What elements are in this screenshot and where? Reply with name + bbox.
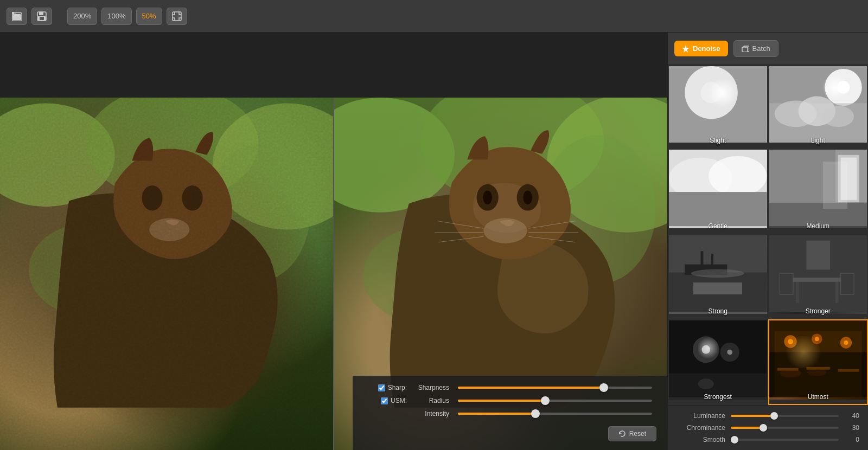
svg-point-40 bbox=[825, 69, 861, 106]
save-button[interactable] bbox=[31, 8, 52, 25]
image-top-bar bbox=[0, 33, 667, 98]
preset-strong-label: Strong bbox=[669, 307, 767, 315]
controls-overlay: Sharp: Sharpness USM: Radius bbox=[353, 376, 667, 450]
preset-strongest-label: Strongest bbox=[669, 393, 767, 401]
svg-rect-66 bbox=[790, 278, 844, 282]
preset-medium[interactable]: Medium bbox=[768, 149, 869, 234]
preset-light-thumb bbox=[769, 66, 867, 143]
smooth-value: 0 bbox=[844, 436, 859, 443]
svg-rect-70 bbox=[840, 273, 853, 294]
original-panel bbox=[0, 98, 334, 450]
svg-point-88 bbox=[844, 340, 848, 345]
preset-slight[interactable]: Slight bbox=[668, 65, 768, 149]
svg-rect-94 bbox=[838, 369, 859, 372]
radius-row: USM: Radius bbox=[363, 397, 656, 404]
open-button[interactable] bbox=[7, 8, 27, 25]
svg-rect-59 bbox=[669, 272, 767, 312]
svg-rect-38 bbox=[669, 66, 767, 143]
preset-slight-label: Slight bbox=[669, 137, 767, 144]
svg-rect-68 bbox=[835, 281, 838, 303]
preset-gentle-label: Gentle bbox=[669, 222, 767, 230]
preset-strongest-thumb bbox=[669, 320, 767, 399]
batch-button[interactable]: Batch bbox=[733, 40, 778, 57]
intensity-slider[interactable] bbox=[458, 413, 652, 415]
svg-point-77 bbox=[727, 350, 732, 355]
svg-point-79 bbox=[698, 379, 714, 390]
right-panel: Denoise Batch bbox=[667, 33, 868, 450]
svg-point-74 bbox=[693, 337, 719, 363]
zoom-100-button[interactable]: 100% bbox=[101, 8, 131, 25]
original-image bbox=[0, 98, 333, 450]
usm-checkbox-label[interactable]: USM: bbox=[363, 397, 407, 404]
svg-rect-69 bbox=[780, 273, 793, 294]
svg-rect-3 bbox=[12, 14, 21, 20]
denoise-button[interactable]: Denoise bbox=[674, 41, 728, 56]
sharpness-row: Sharp: Sharpness bbox=[363, 384, 656, 391]
preset-strong[interactable]: Strong bbox=[668, 234, 768, 320]
bottom-sliders: Luminance 40 Chrominance 30 Smooth bbox=[668, 405, 868, 450]
svg-point-83 bbox=[784, 336, 796, 348]
fit-button[interactable] bbox=[167, 8, 187, 25]
preset-gentle-thumb bbox=[669, 150, 767, 228]
luminance-row: Luminance 40 bbox=[676, 412, 859, 420]
chrominance-label: Chrominance bbox=[676, 424, 725, 432]
svg-point-49 bbox=[709, 156, 767, 196]
svg-point-63 bbox=[691, 269, 744, 278]
preset-strong-thumb bbox=[669, 235, 767, 314]
sharp-checkbox[interactable] bbox=[378, 384, 385, 391]
luminance-value: 40 bbox=[844, 412, 859, 420]
radius-slider[interactable] bbox=[458, 400, 652, 402]
svg-rect-92 bbox=[777, 368, 798, 371]
preset-grid: Slight Light bbox=[668, 65, 868, 405]
svg-point-9 bbox=[0, 104, 115, 207]
luminance-slider[interactable] bbox=[731, 415, 839, 417]
preset-medium-thumb bbox=[769, 150, 867, 228]
svg-point-12 bbox=[29, 224, 144, 316]
svg-point-26 bbox=[523, 190, 532, 204]
svg-point-86 bbox=[814, 337, 819, 341]
sharp-checkbox-label[interactable]: Sharp: bbox=[363, 384, 407, 391]
svg-point-15 bbox=[182, 185, 203, 211]
svg-rect-34 bbox=[742, 47, 748, 52]
preset-strongest[interactable]: Strongest bbox=[668, 319, 768, 405]
svg-rect-61 bbox=[701, 251, 704, 267]
svg-point-45 bbox=[822, 106, 854, 127]
svg-point-25 bbox=[483, 190, 492, 204]
svg-rect-71 bbox=[806, 240, 830, 269]
preset-gentle[interactable]: Gentle bbox=[668, 149, 768, 234]
svg-rect-17 bbox=[0, 98, 333, 408]
preset-utmost[interactable]: Utmost bbox=[768, 319, 869, 405]
svg-point-84 bbox=[788, 339, 793, 344]
radius-label: Radius bbox=[411, 397, 449, 404]
sharpness-label: Sharpness bbox=[411, 384, 449, 391]
svg-point-13 bbox=[207, 144, 310, 281]
preset-light-label: Light bbox=[769, 137, 867, 144]
right-toolbar: Denoise Batch bbox=[668, 33, 868, 65]
svg-rect-50 bbox=[669, 192, 767, 226]
toolbar: 200% 100% 50% bbox=[0, 0, 868, 33]
preset-utmost-thumb bbox=[769, 320, 867, 399]
usm-checkbox[interactable] bbox=[381, 397, 388, 404]
preset-light[interactable]: Light bbox=[768, 65, 869, 149]
svg-rect-7 bbox=[40, 17, 44, 20]
sharpness-slider[interactable] bbox=[458, 387, 652, 389]
preset-stronger[interactable]: Stronger bbox=[768, 234, 869, 320]
svg-rect-54 bbox=[840, 157, 856, 200]
reset-button[interactable]: Reset bbox=[608, 426, 656, 441]
svg-rect-67 bbox=[795, 281, 799, 303]
svg-point-14 bbox=[142, 185, 162, 211]
chrominance-row: Chrominance 30 bbox=[676, 424, 859, 432]
smooth-slider[interactable] bbox=[731, 439, 839, 441]
zoom-50-button[interactable]: 50% bbox=[136, 8, 162, 25]
image-area: Sharp: Sharpness USM: Radius bbox=[0, 33, 667, 450]
svg-rect-91 bbox=[769, 352, 867, 397]
smooth-label: Smooth bbox=[676, 436, 725, 443]
svg-point-27 bbox=[483, 218, 527, 243]
preset-slight-thumb bbox=[669, 66, 767, 143]
chrominance-slider[interactable] bbox=[731, 427, 839, 429]
svg-point-75 bbox=[701, 345, 710, 354]
svg-point-11 bbox=[213, 104, 333, 230]
svg-point-10 bbox=[86, 98, 259, 201]
zoom-200-button[interactable]: 200% bbox=[67, 8, 97, 25]
preset-stronger-label: Stronger bbox=[769, 307, 867, 315]
